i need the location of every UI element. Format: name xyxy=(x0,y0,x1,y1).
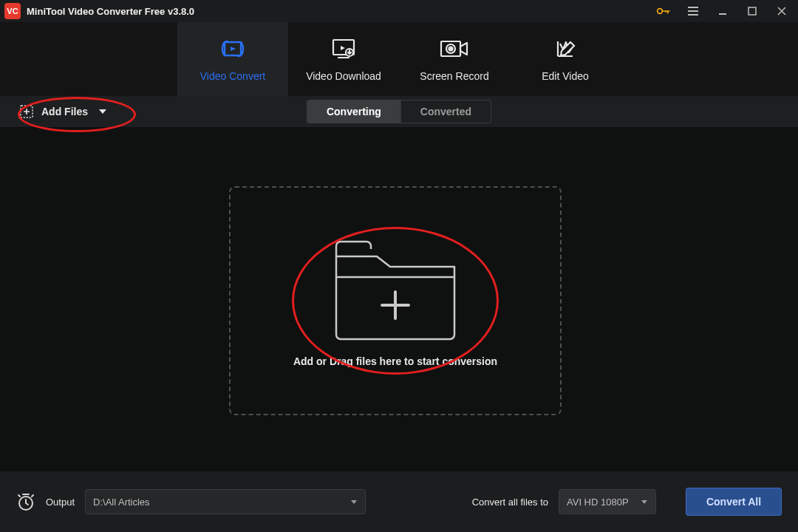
folder-plus-icon xyxy=(329,234,462,345)
menu-icon[interactable] xyxy=(681,3,705,19)
output-label: Output xyxy=(46,497,75,508)
tab-edit-video[interactable]: Edit Video xyxy=(510,22,621,96)
minimize-icon[interactable] xyxy=(711,3,734,19)
record-screen-icon xyxy=(439,36,470,61)
download-screen-icon xyxy=(331,36,356,61)
app-title: MiniTool Video Converter Free v3.8.0 xyxy=(27,6,194,17)
svg-point-7 xyxy=(449,47,453,51)
svg-rect-1 xyxy=(748,7,756,15)
output-path-value: D:\All Articles xyxy=(93,497,150,508)
svg-point-0 xyxy=(658,9,663,14)
drop-zone[interactable]: Add or Drag files here to start conversi… xyxy=(229,186,562,415)
tab-label: Edit Video xyxy=(542,70,589,82)
tab-label: Video Convert xyxy=(200,70,265,82)
drop-zone-text: Add or Drag files here to start conversi… xyxy=(293,355,497,367)
add-files-label: Add Files xyxy=(41,106,88,117)
timer-icon[interactable] xyxy=(16,492,35,511)
output-format-dropdown[interactable]: AVI HD 1080P xyxy=(559,489,656,514)
maximize-icon[interactable] xyxy=(740,3,764,19)
segment-converted[interactable]: Converted xyxy=(401,100,491,123)
main-tabs: Video Convert Video Download Screen Re xyxy=(0,22,798,96)
close-icon[interactable] xyxy=(770,3,794,19)
tab-video-download[interactable]: Video Download xyxy=(288,22,399,96)
tab-video-convert[interactable]: Video Convert xyxy=(177,22,288,96)
key-icon[interactable] xyxy=(652,3,675,19)
tab-label: Screen Record xyxy=(420,70,488,82)
conversion-state-segment: Converting Converted xyxy=(307,100,491,123)
output-path-dropdown[interactable]: D:\All Articles xyxy=(85,489,366,514)
tab-screen-record[interactable]: Screen Record xyxy=(399,22,510,96)
edit-icon xyxy=(554,36,576,61)
chevron-down-icon xyxy=(98,108,107,115)
chevron-down-icon xyxy=(641,497,648,508)
convert-all-label: Convert all files to xyxy=(472,497,548,508)
output-format-value: AVI HD 1080P xyxy=(567,497,629,508)
segment-converting[interactable]: Converting xyxy=(307,100,400,123)
add-files-button[interactable]: Add Files xyxy=(12,100,115,123)
add-file-icon xyxy=(19,104,34,119)
chevron-down-icon xyxy=(350,497,358,508)
app-logo: VC xyxy=(4,3,21,19)
cycle-arrows-icon xyxy=(220,36,245,61)
convert-all-button[interactable]: Convert All xyxy=(686,488,782,516)
tab-label: Video Download xyxy=(306,70,381,82)
